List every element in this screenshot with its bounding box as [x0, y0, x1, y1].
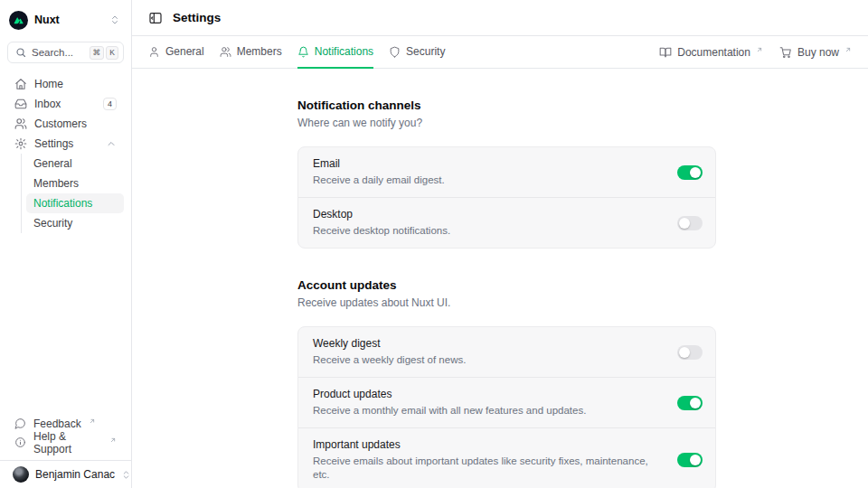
account-updates-card: Weekly digest Receive a weekly digest of…	[297, 326, 716, 488]
chevrons-up-down-icon	[121, 470, 131, 480]
tabbar-actions: Documentation Buy now	[659, 36, 852, 68]
setting-row-desktop: Desktop Receive desktop notifications.	[298, 197, 715, 248]
search-input[interactable]: Search... ⌘ K	[7, 42, 124, 63]
sidebar-item-inbox[interactable]: Inbox 4	[7, 94, 124, 114]
setting-label: Desktop	[313, 208, 450, 221]
sub-item-label: Security	[33, 217, 72, 230]
info-circle-icon	[14, 436, 26, 448]
chat-bubble-icon	[14, 418, 26, 429]
documentation-link[interactable]: Documentation	[659, 46, 763, 59]
settings-sub-list: General Members Notifications Security	[21, 154, 124, 233]
app-window: Nuxt Search... ⌘ K Home	[0, 0, 868, 488]
chevron-up-icon	[106, 138, 117, 149]
section-description: Where can we notify you?	[297, 117, 716, 129]
sidebar-item-home[interactable]: Home	[7, 74, 124, 94]
setting-row-weekly-digest: Weekly digest Receive a weekly digest of…	[298, 327, 715, 377]
setting-label: Email	[313, 157, 445, 171]
sidebar-item-label: Settings	[34, 137, 73, 150]
setting-label: Weekly digest	[313, 337, 466, 351]
sidebar-item-settings-members[interactable]: Members	[26, 174, 124, 193]
nuxt-logo-icon	[9, 11, 28, 30]
tab-members[interactable]: Members	[220, 36, 282, 69]
sidebar-item-label: Home	[34, 78, 63, 90]
notification-channels-card: Email Receive a daily email digest. Desk…	[297, 146, 716, 249]
shopping-cart-icon	[779, 46, 792, 59]
sub-item-label: Members	[33, 177, 79, 190]
page-title: Settings	[173, 11, 221, 24]
setting-description: Receive emails about important updates l…	[313, 455, 666, 482]
shield-icon	[389, 46, 401, 58]
email-toggle[interactable]	[677, 165, 703, 180]
sidebar-item-settings-general[interactable]: General	[26, 154, 124, 174]
sidebar-item-settings-notifications[interactable]: Notifications	[26, 193, 124, 213]
external-link-icon	[756, 46, 763, 53]
weekly-digest-toggle[interactable]	[677, 345, 703, 360]
setting-description: Receive a monthly email with all new fea…	[313, 404, 586, 418]
search-placeholder: Search...	[32, 47, 73, 58]
kbd-k: K	[106, 46, 118, 60]
settings-content: Notification channels Where can we notif…	[132, 69, 868, 488]
desktop-toggle[interactable]	[677, 216, 703, 230]
main-area: Settings General Members Notifications	[132, 0, 868, 488]
tab-general[interactable]: General	[148, 36, 204, 69]
setting-row-product-updates: Product updates Receive a monthly email …	[298, 377, 715, 427]
footer-link-label: Help & Support	[33, 430, 102, 455]
tab-label: General	[165, 45, 204, 58]
setting-label: Important updates	[313, 438, 666, 452]
important-updates-toggle[interactable]	[677, 453, 703, 467]
team-switcher[interactable]: Nuxt	[7, 7, 124, 33]
sidebar-footer: Feedback Help & Support	[7, 414, 124, 460]
team-name: Nuxt	[34, 14, 60, 26]
sidebar-nav: Home Inbox 4 Customers Settings	[7, 74, 124, 233]
tab-security[interactable]: Security	[389, 36, 445, 69]
page-header: Settings	[132, 0, 868, 36]
sidebar-item-label: Inbox	[34, 98, 61, 110]
section-title: Notification channels	[297, 99, 716, 112]
setting-description: Receive a daily email digest.	[313, 174, 445, 187]
setting-row-important-updates: Important updates Receive emails about i…	[298, 427, 715, 488]
book-open-icon	[659, 46, 672, 59]
setting-row-email: Email Receive a daily email digest.	[298, 147, 715, 197]
sidebar-item-settings-security[interactable]: Security	[26, 213, 124, 233]
settings-tabbar: General Members Notifications Security	[132, 36, 868, 69]
search-icon	[15, 47, 26, 58]
tab-label: Notifications	[315, 45, 373, 58]
user-icon	[148, 46, 160, 58]
sidebar-item-label: Customers	[34, 117, 87, 130]
footer-link-label: Feedback	[33, 418, 81, 430]
tab-label: Security	[406, 45, 445, 58]
users-icon	[14, 117, 27, 130]
buy-now-link[interactable]: Buy now	[779, 46, 852, 59]
setting-label: Product updates	[313, 388, 586, 401]
avatar	[13, 466, 29, 483]
user-menu[interactable]: Benjamin Canac	[0, 460, 131, 488]
search-shortcut: ⌘ K	[90, 46, 119, 60]
gear-icon	[14, 137, 27, 150]
sidebar-item-settings[interactable]: Settings	[7, 134, 124, 154]
action-label: Documentation	[677, 46, 750, 59]
user-name: Benjamin Canac	[35, 468, 115, 481]
action-label: Buy now	[797, 46, 839, 59]
section-title: Account updates	[297, 278, 716, 292]
sidebar-item-customers[interactable]: Customers	[7, 114, 124, 134]
external-link-icon	[109, 436, 117, 444]
sub-item-label: General	[33, 157, 72, 170]
chevrons-up-down-icon	[109, 14, 120, 25]
tab-label: Members	[237, 45, 282, 58]
inbox-icon	[14, 98, 27, 110]
help-support-link[interactable]: Help & Support	[7, 433, 124, 452]
section-description: Receive updates about Nuxt UI.	[297, 296, 716, 309]
inbox-count-badge: 4	[103, 98, 117, 111]
bell-icon	[297, 46, 309, 58]
home-icon	[14, 78, 27, 90]
panel-left-icon[interactable]	[148, 11, 163, 25]
setting-description: Receive a weekly digest of news.	[313, 353, 466, 367]
kbd-cmd: ⌘	[90, 46, 105, 60]
product-updates-toggle[interactable]	[677, 396, 703, 410]
users-icon	[220, 46, 231, 58]
external-link-icon	[844, 46, 852, 53]
sidebar: Nuxt Search... ⌘ K Home	[0, 0, 132, 488]
tab-notifications[interactable]: Notifications	[297, 36, 373, 69]
sub-item-label: Notifications	[33, 197, 92, 210]
external-link-icon	[89, 418, 96, 425]
